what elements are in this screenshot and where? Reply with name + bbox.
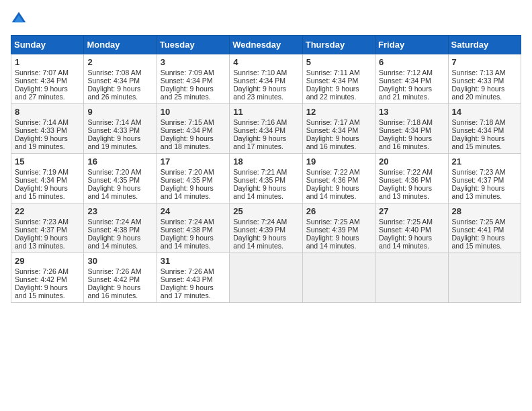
- day-info-line: and 13 minutes.: [15, 242, 80, 250]
- day-info-line: Sunset: 4:34 PM: [15, 176, 80, 184]
- weekday-header-monday: Monday: [84, 36, 157, 54]
- weekday-header-wednesday: Wednesday: [230, 36, 302, 54]
- day-info-line: and 20 minutes.: [452, 93, 517, 101]
- day-info-line: and 14 minutes.: [161, 242, 226, 250]
- day-info-line: Daylight: 9 hours: [452, 234, 517, 242]
- day-info-line: Sunset: 4:35 PM: [233, 176, 298, 184]
- day-number: 6: [379, 57, 444, 67]
- day-info-line: Daylight: 9 hours: [87, 234, 152, 242]
- day-info-line: Sunrise: 7:18 AM: [452, 118, 517, 126]
- day-info-line: and 14 minutes.: [87, 192, 152, 200]
- day-info-line: Sunrise: 7:22 AM: [306, 168, 371, 176]
- day-info-line: Daylight: 9 hours: [379, 184, 444, 192]
- calendar-cell: 6Sunrise: 7:12 AMSunset: 4:34 PMDaylight…: [375, 54, 448, 104]
- day-info-line: and 25 minutes.: [161, 93, 226, 101]
- logo-icon: [11, 11, 27, 27]
- calendar-cell: 21Sunrise: 7:23 AMSunset: 4:37 PMDayligh…: [448, 154, 521, 203]
- day-info-line: and 19 minutes.: [87, 142, 152, 150]
- day-info-line: and 22 minutes.: [306, 93, 371, 101]
- day-number: 24: [161, 206, 226, 216]
- day-info-line: Sunrise: 7:18 AM: [379, 118, 444, 126]
- day-info-line: and 15 minutes.: [452, 142, 517, 150]
- calendar-week-1: 1Sunrise: 7:07 AMSunset: 4:34 PMDaylight…: [11, 54, 521, 104]
- day-info-line: and 15 minutes.: [15, 291, 80, 300]
- day-info-line: and 14 minutes.: [379, 242, 444, 250]
- day-info-line: Sunrise: 7:09 AM: [161, 68, 226, 77]
- day-number: 27: [379, 206, 444, 216]
- day-info-line: Sunset: 4:39 PM: [306, 226, 371, 234]
- calendar-cell: 25Sunrise: 7:24 AMSunset: 4:39 PMDayligh…: [230, 203, 302, 253]
- day-info-line: and 13 minutes.: [379, 192, 444, 200]
- day-info-line: Daylight: 9 hours: [233, 134, 298, 142]
- weekday-header-thursday: Thursday: [302, 36, 375, 54]
- day-info-line: Daylight: 9 hours: [161, 134, 226, 142]
- calendar-cell: 4Sunrise: 7:10 AMSunset: 4:34 PMDaylight…: [230, 54, 302, 104]
- day-number: 28: [452, 206, 517, 216]
- day-info-line: Sunset: 4:34 PM: [15, 77, 80, 85]
- day-info-line: Sunrise: 7:14 AM: [15, 118, 80, 126]
- day-info-line: Sunrise: 7:17 AM: [306, 118, 371, 126]
- day-number: 12: [306, 107, 371, 117]
- calendar-cell: 18Sunrise: 7:21 AMSunset: 4:35 PMDayligh…: [230, 154, 302, 203]
- day-info-line: and 14 minutes.: [161, 192, 226, 200]
- day-info-line: Sunrise: 7:25 AM: [452, 218, 517, 226]
- day-info-line: Sunrise: 7:07 AM: [15, 68, 80, 77]
- day-info-line: Daylight: 9 hours: [233, 85, 298, 93]
- day-number: 17: [161, 156, 226, 167]
- day-info-line: Sunset: 4:34 PM: [306, 126, 371, 134]
- day-info-line: and 17 minutes.: [233, 142, 298, 150]
- day-info-line: and 16 minutes.: [87, 291, 152, 300]
- calendar-week-3: 15Sunrise: 7:19 AMSunset: 4:34 PMDayligh…: [11, 154, 521, 203]
- calendar-cell: 23Sunrise: 7:24 AMSunset: 4:38 PMDayligh…: [84, 203, 157, 253]
- day-info-line: Sunset: 4:36 PM: [379, 176, 444, 184]
- calendar-cell: 12Sunrise: 7:17 AMSunset: 4:34 PMDayligh…: [302, 104, 375, 154]
- day-info-line: Sunset: 4:34 PM: [452, 126, 517, 134]
- day-number: 21: [452, 156, 517, 167]
- day-info-line: Daylight: 9 hours: [87, 184, 152, 192]
- day-number: 8: [15, 107, 80, 117]
- calendar-cell: 30Sunrise: 7:26 AMSunset: 4:42 PMDayligh…: [84, 253, 157, 303]
- day-info-line: Sunrise: 7:12 AM: [379, 68, 444, 77]
- day-number: 5: [306, 57, 371, 67]
- calendar-cell: 19Sunrise: 7:22 AMSunset: 4:36 PMDayligh…: [302, 154, 375, 203]
- day-number: 7: [452, 57, 517, 67]
- day-info-line: Sunrise: 7:11 AM: [306, 68, 371, 77]
- day-info-line: Daylight: 9 hours: [233, 184, 298, 192]
- day-info-line: Sunset: 4:35 PM: [87, 176, 152, 184]
- day-info-line: Daylight: 9 hours: [379, 234, 444, 242]
- day-info-line: Sunrise: 7:10 AM: [233, 68, 298, 77]
- calendar-week-2: 8Sunrise: 7:14 AMSunset: 4:33 PMDaylight…: [11, 104, 521, 154]
- weekday-header-friday: Friday: [375, 36, 448, 54]
- day-number: 4: [233, 57, 298, 67]
- day-info-line: and 14 minutes.: [306, 242, 371, 250]
- day-number: 9: [87, 107, 152, 117]
- day-info-line: Sunset: 4:39 PM: [233, 226, 298, 234]
- day-info-line: Sunrise: 7:24 AM: [233, 218, 298, 226]
- day-info-line: Sunset: 4:34 PM: [233, 77, 298, 85]
- calendar-cell: 26Sunrise: 7:25 AMSunset: 4:39 PMDayligh…: [302, 203, 375, 253]
- calendar-week-5: 29Sunrise: 7:26 AMSunset: 4:42 PMDayligh…: [11, 253, 521, 303]
- day-info-line: Daylight: 9 hours: [15, 85, 80, 93]
- day-number: 14: [452, 107, 517, 117]
- day-info-line: Sunset: 4:34 PM: [233, 126, 298, 134]
- day-info-line: and 23 minutes.: [233, 93, 298, 101]
- day-number: 3: [161, 57, 226, 67]
- day-info-line: Sunset: 4:41 PM: [452, 226, 517, 234]
- day-info-line: and 19 minutes.: [15, 142, 80, 150]
- day-info-line: Sunset: 4:34 PM: [379, 126, 444, 134]
- day-info-line: Sunset: 4:34 PM: [161, 77, 226, 85]
- day-number: 29: [15, 256, 80, 266]
- day-info-line: Sunrise: 7:23 AM: [15, 218, 80, 226]
- day-info-line: Sunrise: 7:14 AM: [87, 118, 152, 126]
- day-info-line: Sunset: 4:43 PM: [161, 275, 226, 283]
- day-info-line: Daylight: 9 hours: [15, 283, 80, 291]
- calendar-cell: 15Sunrise: 7:19 AMSunset: 4:34 PMDayligh…: [11, 154, 84, 203]
- day-info-line: Sunrise: 7:22 AM: [379, 168, 444, 176]
- day-number: 15: [15, 156, 80, 167]
- calendar-cell: 17Sunrise: 7:20 AMSunset: 4:35 PMDayligh…: [157, 154, 229, 203]
- day-info-line: and 13 minutes.: [452, 192, 517, 200]
- day-info-line: and 17 minutes.: [161, 291, 226, 300]
- day-info-line: Sunrise: 7:20 AM: [161, 168, 226, 176]
- calendar-cell: 7Sunrise: 7:13 AMSunset: 4:33 PMDaylight…: [448, 54, 521, 104]
- day-info-line: Sunset: 4:34 PM: [306, 77, 371, 85]
